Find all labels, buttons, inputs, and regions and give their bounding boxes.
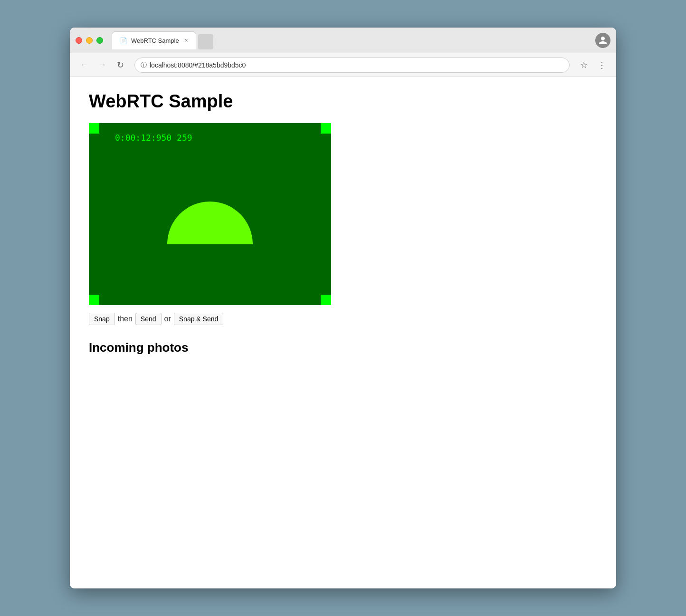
forward-button[interactable]: →: [95, 58, 110, 73]
address-text: localhost:8080/#218a5bd9bd5c0: [150, 61, 246, 69]
page-content: WebRTC Sample 0:00:12:950 259 Snap then …: [70, 77, 616, 588]
half-circle-shape: [167, 202, 253, 244]
corner-marker-tr: [321, 123, 331, 134]
video-timestamp: 0:00:12:950 259: [115, 133, 192, 143]
close-button[interactable]: [76, 37, 82, 44]
page-title: WebRTC Sample: [89, 91, 597, 112]
snap-and-send-button[interactable]: Snap & Send: [174, 313, 224, 325]
then-text: then: [118, 315, 133, 323]
minimize-button[interactable]: [86, 37, 93, 44]
tab-label: WebRTC Sample: [131, 37, 179, 44]
back-icon: ←: [80, 60, 88, 70]
incoming-photos-title: Incoming photos: [89, 340, 597, 355]
corner-marker-tl: [89, 123, 99, 134]
active-tab[interactable]: 📄 WebRTC Sample ×: [112, 31, 196, 49]
browser-window: 📄 WebRTC Sample × ← → ↻ ⓘ localhost:80: [70, 28, 616, 588]
reload-icon: ↻: [117, 60, 124, 70]
address-bar[interactable]: ⓘ localhost:8080/#218a5bd9bd5c0: [134, 58, 570, 73]
bookmark-button[interactable]: ☆: [576, 58, 591, 73]
forward-icon: →: [98, 60, 106, 70]
back-button[interactable]: ←: [76, 58, 92, 73]
menu-icon: ⋮: [598, 60, 606, 70]
star-icon: ☆: [580, 60, 588, 70]
nav-bar: ← → ↻ ⓘ localhost:8080/#218a5bd9bd5c0 ☆ …: [70, 53, 616, 77]
snap-button[interactable]: Snap: [89, 313, 115, 325]
maximize-button[interactable]: [96, 37, 103, 44]
traffic-lights: [76, 37, 103, 44]
reload-button[interactable]: ↻: [113, 58, 128, 73]
or-text: or: [164, 315, 171, 323]
chrome-menu-button[interactable]: ⋮: [594, 58, 610, 73]
title-bar: 📄 WebRTC Sample ×: [70, 28, 616, 53]
corner-marker-br: [321, 295, 331, 305]
half-circle-graphic: [167, 202, 253, 244]
tab-document-icon: 📄: [120, 37, 127, 44]
tab-area: 📄 WebRTC Sample ×: [112, 31, 591, 49]
video-canvas: 0:00:12:950 259: [89, 123, 331, 305]
corner-marker-bl: [89, 295, 99, 305]
new-tab-button[interactable]: [198, 34, 213, 49]
account-icon[interactable]: [595, 33, 610, 48]
tab-close-button[interactable]: ×: [185, 37, 188, 44]
send-button[interactable]: Send: [135, 313, 162, 325]
controls-row: Snap then Send or Snap & Send: [89, 313, 597, 325]
security-icon: ⓘ: [141, 61, 147, 69]
